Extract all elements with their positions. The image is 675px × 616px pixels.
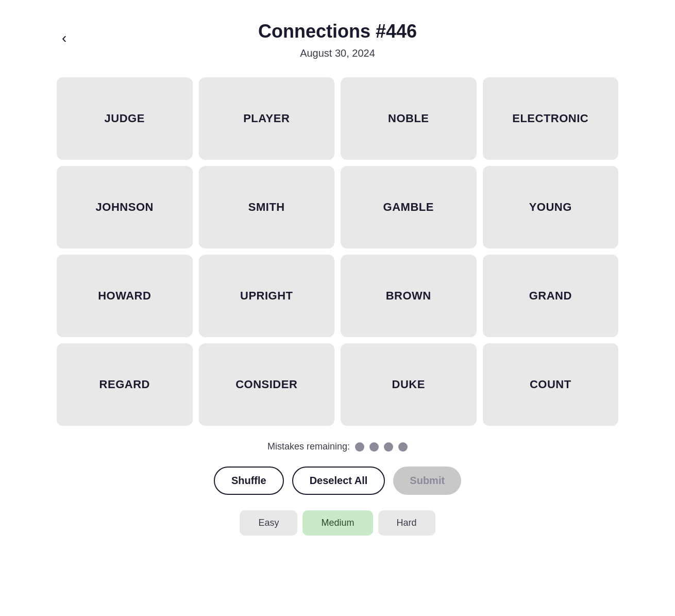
mistake-dot-2 bbox=[369, 442, 379, 452]
word-card-young[interactable]: YOUNG bbox=[483, 166, 619, 248]
difficulty-btn-hard[interactable]: Hard bbox=[378, 510, 435, 536]
word-card-duke[interactable]: DUKE bbox=[341, 343, 477, 426]
difficulty-row: EasyMediumHard bbox=[57, 510, 618, 536]
word-card-consider[interactable]: CONSIDER bbox=[199, 343, 335, 426]
mistakes-text: Mistakes remaining: bbox=[267, 441, 350, 452]
word-card-gamble[interactable]: GAMBLE bbox=[341, 166, 477, 248]
difficulty-btn-easy[interactable]: Easy bbox=[240, 510, 297, 536]
word-card-judge[interactable]: JUDGE bbox=[57, 77, 193, 160]
word-label-brown: BROWN bbox=[381, 284, 436, 308]
page-title: Connections #446 bbox=[57, 21, 618, 42]
word-label-regard: REGARD bbox=[94, 373, 155, 396]
word-label-noble: NOBLE bbox=[383, 107, 434, 130]
word-card-regard[interactable]: REGARD bbox=[57, 343, 193, 426]
mistakes-dots bbox=[355, 442, 408, 452]
word-label-young: YOUNG bbox=[524, 195, 577, 219]
word-card-grand[interactable]: GRAND bbox=[483, 255, 619, 337]
word-card-howard[interactable]: HOWARD bbox=[57, 255, 193, 337]
word-label-electronic: ELECTRONIC bbox=[507, 107, 594, 130]
word-card-noble[interactable]: NOBLE bbox=[341, 77, 477, 160]
word-label-player: PLAYER bbox=[238, 107, 295, 130]
word-card-count[interactable]: COUNT bbox=[483, 343, 619, 426]
word-grid: JUDGEPLAYERNOBLEELECTRONICJOHNSONSMITHGA… bbox=[57, 77, 618, 426]
page-subtitle: August 30, 2024 bbox=[57, 47, 618, 59]
mistake-dot-3 bbox=[384, 442, 393, 452]
mistakes-label: Mistakes remaining: bbox=[267, 441, 408, 452]
mistake-dot-1 bbox=[355, 442, 364, 452]
word-label-howard: HOWARD bbox=[93, 284, 156, 308]
word-label-upright: UPRIGHT bbox=[235, 284, 298, 308]
word-card-upright[interactable]: UPRIGHT bbox=[199, 255, 335, 337]
mistake-dot-4 bbox=[398, 442, 408, 452]
word-card-player[interactable]: PLAYER bbox=[199, 77, 335, 160]
word-label-consider: CONSIDER bbox=[230, 373, 302, 396]
word-card-brown[interactable]: BROWN bbox=[341, 255, 477, 337]
word-label-johnson: JOHNSON bbox=[91, 195, 159, 219]
word-label-judge: JUDGE bbox=[99, 107, 150, 130]
app-container: ‹ Connections #446 August 30, 2024 JUDGE… bbox=[46, 0, 629, 556]
word-label-duke: DUKE bbox=[387, 373, 430, 396]
word-label-gamble: GAMBLE bbox=[378, 195, 439, 219]
mistakes-section: Mistakes remaining: bbox=[57, 441, 618, 452]
submit-button: Submit bbox=[393, 467, 461, 495]
difficulty-btn-medium[interactable]: Medium bbox=[302, 510, 373, 536]
word-label-smith: SMITH bbox=[243, 195, 290, 219]
back-button[interactable]: ‹ bbox=[57, 28, 72, 48]
action-buttons-row: Shuffle Deselect All Submit bbox=[57, 467, 618, 495]
word-card-electronic[interactable]: ELECTRONIC bbox=[483, 77, 619, 160]
word-label-grand: GRAND bbox=[524, 284, 577, 308]
word-label-count: COUNT bbox=[525, 373, 577, 396]
header: ‹ Connections #446 August 30, 2024 bbox=[57, 21, 618, 59]
shuffle-button[interactable]: Shuffle bbox=[214, 467, 284, 495]
word-card-johnson[interactable]: JOHNSON bbox=[57, 166, 193, 248]
word-card-smith[interactable]: SMITH bbox=[199, 166, 335, 248]
deselect-all-button[interactable]: Deselect All bbox=[292, 467, 385, 495]
